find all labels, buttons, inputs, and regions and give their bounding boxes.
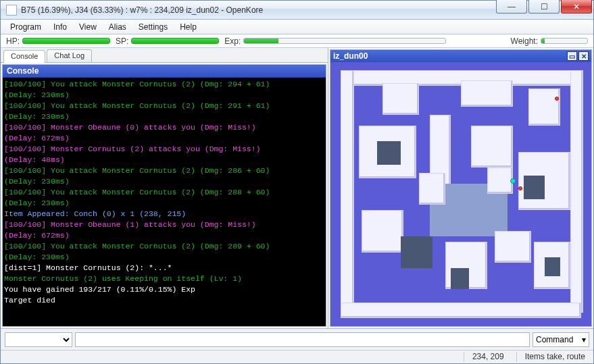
hp-bar [22,38,110,44]
console-panel: Console [100/100] You attack Monster Cor… [2,64,326,327]
console-line: Item Appeared: Conch (0) x 1 (238, 215) [4,209,324,219]
minimize-button[interactable]: — [496,0,527,14]
status-coords: 234, 209 [464,352,504,362]
console-line: [100/100] Monster Cornutus (2) attacks y… [4,144,324,155]
console-line: (Delay: 230ms) [4,252,324,263]
map-minimize-icon[interactable]: ▭ [567,51,577,61]
sp-label: SP: [116,36,128,46]
console-line: [100/100] Monster Obeaune (1) attacks yo… [4,219,324,230]
player-marker [510,178,516,184]
console-line: (Delay: 672ms) [4,230,324,241]
console-line: [100/100] You attack Monster Cornutus (2… [4,241,324,252]
chevron-down-icon: ▾ [582,335,586,344]
command-input[interactable] [75,332,530,347]
console-line: (Delay: 672ms) [4,133,324,144]
console-line: [dist=1] Monster Cornutus (2): *...* [4,263,324,274]
command-type-dropdown[interactable]: Command ▾ [533,332,589,347]
map-canvas[interactable] [330,62,591,326]
command-type-label: Command [536,335,573,344]
enemy-marker [555,97,559,101]
exp-label: Exp: [224,36,241,46]
console-body[interactable]: [100/100] You attack Monster Cornutus (2… [3,78,326,326]
history-dropdown[interactable] [5,332,72,347]
exp-bar [243,38,446,44]
console-line: (Delay: 230ms) [4,90,324,101]
console-line: You have gained 193/217 (0.11%/0.15%) Ex… [4,284,324,295]
map-panel: iz_dun00 ▭ ✕ [330,49,592,327]
sp-bar [131,38,219,44]
menu-settings[interactable]: Settings [133,21,173,33]
window-titlebar: B75 (16.39%), J34 (63.33%) : w7% : 234,2… [1,1,593,20]
console-line: [100/100] You attack Monster Cornutus (2… [4,187,324,198]
console-line: (Delay: 48ms) [4,155,324,165]
weight-bar [541,38,588,44]
tab-chatlog[interactable]: Chat Log [47,49,92,62]
menu-view[interactable]: View [74,21,102,33]
close-button[interactable]: ✕ [561,0,592,14]
app-icon [6,5,17,16]
maximize-button[interactable]: ☐ [528,0,560,14]
menu-info[interactable]: Info [48,21,72,33]
console-line: [100/100] You attack Monster Cornutus (2… [4,101,324,111]
tab-console[interactable]: Console [3,50,45,63]
console-title: Console [3,65,326,78]
console-line: [100/100] Monster Obeaune (0) attacks yo… [4,122,324,133]
menu-help[interactable]: Help [174,21,202,33]
weight-label: Weight: [511,36,538,46]
console-line: [100/100] You attack Monster Cornutus (2… [4,79,324,90]
console-tabstrip: Console Chat Log [1,48,328,63]
console-line: (Delay: 230ms) [4,111,324,122]
console-line: (Delay: 230ms) [4,176,324,187]
console-line: [100/100] You attack Monster Cornutus (2… [4,165,324,176]
command-row: Command ▾ [1,328,593,350]
stat-row: HP: SP: Exp: Weight: [1,34,593,48]
hp-label: HP: [6,36,20,46]
menu-alias[interactable]: Alias [103,21,132,33]
status-msg: Items take, route [516,352,585,362]
window-title: B75 (16.39%), J34 (63.33%) : w7% : 234,2… [21,5,496,15]
map-close-icon[interactable]: ✕ [578,51,589,61]
menu-program[interactable]: Program [5,21,47,33]
console-line: Target died [4,295,324,306]
menubar: Program Info View Alias Settings Help [1,20,593,34]
console-line: Monster Cornutus (2) uses Keeping on its… [4,274,324,284]
enemy-marker [518,186,522,190]
console-line: (Delay: 230ms) [4,198,324,209]
statusbar: 234, 209 Items take, route [1,350,593,363]
map-title: iz_dun00 [333,51,368,61]
